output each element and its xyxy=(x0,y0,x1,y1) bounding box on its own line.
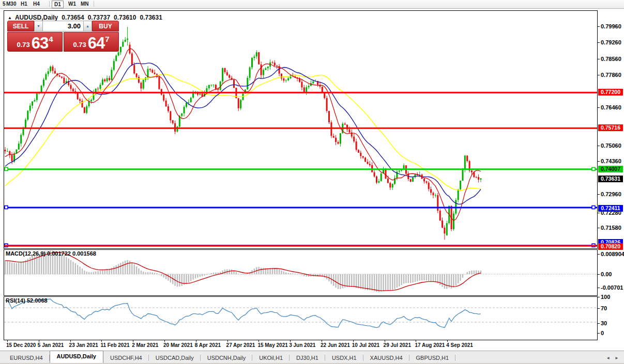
sma-medium-line xyxy=(5,63,481,204)
tab-usdx-h1[interactable]: USDX,H1 xyxy=(325,353,363,363)
chart-title: ▲AUDUSD,Daily0.736540.737370.736100.7363… xyxy=(8,14,162,21)
rsi-pane[interactable]: RSI(14) 52.0068 xyxy=(4,296,598,340)
timeframe-h1[interactable]: H1 xyxy=(19,1,29,7)
tab-scroll-right-icon[interactable]: ► xyxy=(615,356,619,360)
time-axis-label: 29 Jul 2021 xyxy=(384,342,411,348)
line-anchor-marker xyxy=(592,206,595,209)
timeframe-m30[interactable]: M30 xyxy=(5,1,18,7)
price-axis-badge: 0.74007 xyxy=(598,166,623,172)
tab-dj30-h1[interactable]: DJ30,H1 xyxy=(290,353,325,363)
time-axis-tick xyxy=(164,340,165,342)
volume-increase-button[interactable]: ▲ xyxy=(83,21,92,31)
time-axis-label: 10 Jul 2021 xyxy=(352,342,379,348)
time-axis[interactable]: 15 Dec 20205 Jan 202123 Jan 202111 Feb 2… xyxy=(4,340,598,349)
rsi-axis-label: 30 xyxy=(601,320,607,326)
buy-price-pips: 64 xyxy=(88,36,104,51)
time-axis-tick xyxy=(416,340,416,342)
time-axis-tick xyxy=(227,340,228,342)
line-anchor-marker xyxy=(592,167,595,170)
sell-button[interactable]: SELL xyxy=(7,21,34,31)
tab-usdcnh-daily[interactable]: USDCNH,Daily xyxy=(201,353,253,363)
rsi-line xyxy=(5,299,481,328)
time-axis-label: 15 May 2021 xyxy=(257,342,287,348)
time-axis-tick xyxy=(133,340,133,342)
price-axis-label: 0.72960 xyxy=(601,191,621,197)
toolbar-separator xyxy=(49,1,50,7)
time-axis-label: 23 Jan 2021 xyxy=(69,342,98,348)
time-axis-label: 5 Jan 2021 xyxy=(38,342,64,348)
collapse-panel-icon[interactable]: ▲ xyxy=(8,15,12,20)
time-axis-tick xyxy=(385,340,385,342)
time-axis-label: 11 Feb 2021 xyxy=(100,342,129,348)
macd-histogram xyxy=(5,250,481,292)
ohlc-high: 0.73737 xyxy=(88,14,110,21)
timeframe-h4[interactable]: H4 xyxy=(32,1,41,7)
line-anchor-marker xyxy=(5,206,8,209)
price-axis-badge: 0.70820 xyxy=(598,243,623,250)
rsi-label: RSI(14) 52.0068 xyxy=(6,297,48,304)
chevron-down-icon: ▼ xyxy=(37,24,40,28)
tab-eurusd-h4[interactable]: EURUSD,H4 xyxy=(3,353,50,363)
symbol-period-label: AUDUSD,Daily xyxy=(15,14,58,21)
price-axis-label: 0.75060 xyxy=(601,143,621,149)
ohlc-close: 0.73631 xyxy=(140,14,162,21)
chevron-up-icon: ▲ xyxy=(86,24,89,28)
price-axis-label: 0.76460 xyxy=(601,104,621,110)
price-pane[interactable]: ▲AUDUSD,Daily0.736540.737370.736100.7363… xyxy=(4,10,598,249)
volume-decrease-button[interactable]: ▼ xyxy=(34,21,43,31)
line-anchor-marker xyxy=(5,167,8,170)
rsi-chart[interactable] xyxy=(4,297,597,340)
tab-ukoil-h1[interactable]: UKOil,H1 xyxy=(252,353,290,363)
sell-price-pips: 63 xyxy=(32,36,48,51)
time-axis-label: 3 Jun 2021 xyxy=(289,342,315,348)
macd-axis-label: 0.008904 xyxy=(601,251,624,257)
tab-xauusd-h4[interactable]: XAUUSD,H4 xyxy=(363,353,409,363)
macd-chart[interactable] xyxy=(4,250,597,295)
price-axis-badge: 0.73631 xyxy=(598,176,623,182)
macd-signal-line xyxy=(5,252,481,291)
timeframe-d1[interactable]: D1 xyxy=(52,1,64,8)
time-axis-tick xyxy=(447,340,448,342)
time-axis-label: 27 Apr 2021 xyxy=(226,342,255,348)
price-axis-badge: 0.75716 xyxy=(598,124,623,131)
price-axis-label: 0.74360 xyxy=(601,158,621,164)
time-axis-tick xyxy=(290,340,291,342)
time-axis-label: 2 Mar 2021 xyxy=(132,342,158,348)
time-axis-label: 17 Aug 2021 xyxy=(415,342,445,348)
price-axis-badge: 0.77200 xyxy=(598,89,623,96)
price-axis-label: 0.78560 xyxy=(601,56,621,62)
sma-fast-line xyxy=(5,49,481,220)
sell-price-button[interactable]: 0.73634 xyxy=(7,32,63,52)
macd-axis-label: -0.00701 xyxy=(601,284,623,291)
tab-gbpusd-h1[interactable]: GBPUSD,H1 xyxy=(409,353,456,363)
buy-button[interactable]: BUY xyxy=(92,21,119,31)
ohlc-open: 0.73654 xyxy=(62,14,84,21)
macd-pane[interactable]: MACD(12,26,9) 0.001722 0.001568 xyxy=(4,249,598,296)
time-axis-label: 4 Sep 2021 xyxy=(446,342,473,348)
price-axis[interactable]: 0.799600.792600.785600.778600.764600.750… xyxy=(598,0,624,364)
sell-price-base: 0.73 xyxy=(17,41,29,49)
tab-usdchf-h4[interactable]: USDCHF,H4 xyxy=(103,353,149,363)
chart-tab-bar: EURUSD,H4 AUDUSD,Daily USDCHF,H4 USDCAD,… xyxy=(0,351,624,363)
timeframe-w1[interactable]: W1 xyxy=(67,1,78,7)
tab-scroll-left-icon[interactable]: ◄ xyxy=(606,356,610,360)
time-axis-label: 22 Jun 2021 xyxy=(321,342,350,348)
volume-input[interactable]: 3.00 xyxy=(43,21,83,31)
buy-price-button[interactable]: 0.73647 xyxy=(64,32,119,52)
timeframe-mn[interactable]: MN xyxy=(79,1,90,7)
one-click-trade-panel: SELL ▼ 3.00 ▲ BUY 0.73634 0.73647 xyxy=(7,21,119,52)
sma-slow-line xyxy=(5,74,481,191)
time-axis-label: 8 Apr 2021 xyxy=(195,342,221,348)
time-axis-tick xyxy=(7,340,8,342)
time-axis-tick xyxy=(353,340,354,342)
time-axis-tick xyxy=(101,340,102,342)
time-axis-tick xyxy=(258,340,259,342)
tab-audusd-daily[interactable]: AUDUSD,Daily xyxy=(50,351,103,363)
time-axis-label: 15 Dec 2020 xyxy=(6,342,36,348)
price-axis-label: 0.71580 xyxy=(601,225,621,231)
tab-usdcad-daily[interactable]: USDCAD,Daily xyxy=(149,353,201,363)
sell-price-fraction: 4 xyxy=(49,35,53,43)
price-axis-label: 0.77860 xyxy=(601,72,621,78)
toolbar-separator xyxy=(94,1,94,7)
time-axis-tick xyxy=(322,340,322,342)
